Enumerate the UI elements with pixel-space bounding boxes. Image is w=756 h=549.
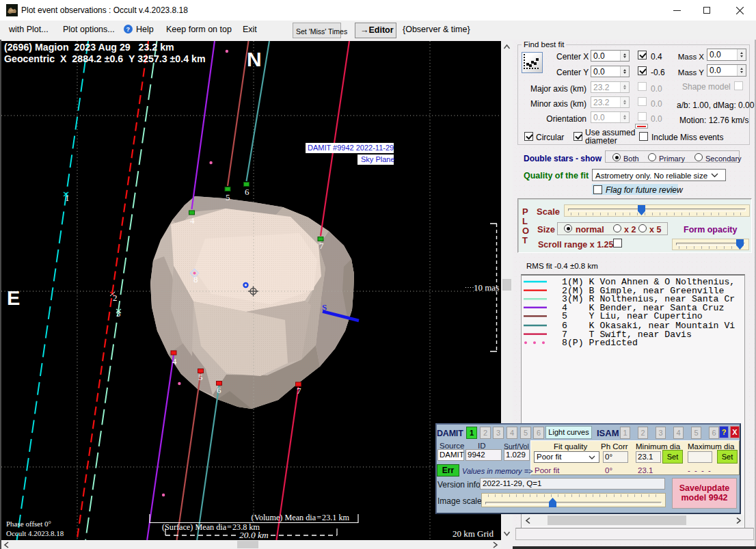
svg-text:20.0 km: 20.0 km [239,530,269,540]
svg-text:4: 4 [172,356,177,366]
svg-text:Occult 4.2023.8.18: Occult 4.2023.8.18 [6,529,64,537]
svg-text:3: 3 [116,308,121,319]
svg-text:5: 5 [226,192,230,202]
svg-text:7: 7 [319,241,324,251]
svg-text:20 km Grid: 20 km Grid [453,528,494,539]
svg-text:8(P) Predicted: 8(P) Predicted [562,338,638,348]
svg-text:6: 6 [217,385,221,395]
svg-text:N: N [247,48,262,70]
svg-text:E: E [7,287,20,309]
svg-text:Geocentric X 2884.2 ±0.6 Y: Geocentric X 2884.2 ±0.6 Y 3257.3 ±0.4 k… [4,53,206,64]
svg-text:8: 8 [193,274,198,284]
svg-text:S: S [322,302,327,312]
svg-text:Phase offset 0°: Phase offset 0° [6,520,51,528]
svg-text:DAMIT #9942 2022-11-29: DAMIT #9942 2022-11-29 [308,144,394,152]
svg-text:4: 4 [190,215,195,226]
svg-text:(Volume) Mean dia = 23.1 km: (Volume) Mean dia = 23.1 km [252,513,350,522]
svg-text:Sky Plane: Sky Plane [361,155,395,163]
svg-text:10 mas: 10 mas [474,282,499,293]
svg-text:2: 2 [113,293,118,303]
svg-text:7: 7 [297,386,301,396]
svg-text:(2696) Magion 2023 Aug 29 2: (2696) Magion 2023 Aug 29 23.2 km [4,42,174,53]
svg-text:1: 1 [65,193,70,203]
svg-text:6: 6 [245,187,249,197]
svg-text:5: 5 [198,372,203,382]
